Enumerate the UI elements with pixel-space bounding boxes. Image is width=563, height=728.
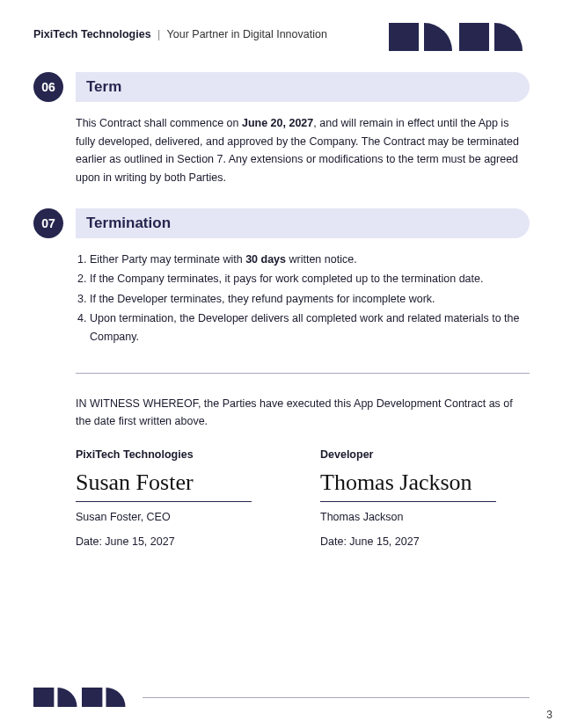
witness-clause: IN WITNESS WHEREOF, the Parties have exe…	[76, 395, 530, 431]
party-label: Developer	[320, 448, 530, 461]
sign-date: Date: June 15, 2027	[76, 535, 285, 548]
party-label: PixiTech Technologies	[76, 448, 285, 461]
svg-rect-3	[82, 688, 102, 707]
sign-date: Date: June 15, 2027	[320, 535, 530, 548]
list-item: If the Developer terminates, they refund…	[90, 290, 530, 309]
section-number-badge: 06	[33, 72, 63, 102]
svg-rect-0	[389, 23, 419, 51]
section-title: Termination	[86, 215, 171, 232]
section-body: Either Party may terminate with 30 days …	[76, 251, 530, 346]
page-footer	[33, 688, 530, 707]
signature-left: PixiTech Technologies Susan Foster Susan…	[76, 448, 285, 548]
footer-line	[143, 697, 530, 698]
signature-line	[320, 501, 496, 502]
section-title: Term	[86, 78, 121, 96]
signature-script: Thomas Jackson	[320, 470, 530, 496]
tagline: Your Partner in Digital Innovation	[167, 28, 327, 40]
termination-list: Either Party may terminate with 30 days …	[90, 251, 530, 346]
section-06: 06 Term This Contract shall commence on …	[33, 72, 530, 187]
signer-name: Susan Foster, CEO	[76, 511, 285, 523]
section-07: 07 Termination Either Party may terminat…	[33, 208, 530, 346]
section-body: This Contract shall commence on June 20,…	[76, 114, 530, 187]
list-item: Upon termination, the Developer delivers…	[90, 309, 530, 346]
signature-block: PixiTech Technologies Susan Foster Susan…	[76, 448, 530, 548]
header-divider: |	[157, 28, 160, 40]
svg-rect-1	[459, 23, 489, 51]
brand-logo-icon	[389, 23, 530, 51]
header-text: PixiTech Technologies | Your Partner in …	[33, 23, 327, 40]
section-title-bar: Term	[76, 72, 530, 102]
list-item: If the Company terminates, it pays for w…	[90, 270, 530, 288]
page-number: 3	[546, 709, 552, 721]
section-head: 06 Term	[33, 72, 530, 102]
divider-line	[76, 373, 530, 374]
signature-script: Susan Foster	[76, 470, 285, 496]
page-header: PixiTech Technologies | Your Partner in …	[0, 0, 563, 51]
company-name: PixiTech Technologies	[33, 28, 151, 40]
section-title-bar: Termination	[76, 208, 530, 238]
section-head: 07 Termination	[33, 208, 530, 238]
signer-name: Thomas Jackson	[320, 511, 530, 523]
brand-logo-icon	[33, 688, 130, 707]
signature-line	[76, 501, 252, 502]
signature-right: Developer Thomas Jackson Thomas Jackson …	[320, 448, 530, 548]
svg-rect-2	[33, 688, 54, 707]
section-number-badge: 07	[33, 208, 63, 238]
list-item: Either Party may terminate with 30 days …	[90, 251, 530, 269]
